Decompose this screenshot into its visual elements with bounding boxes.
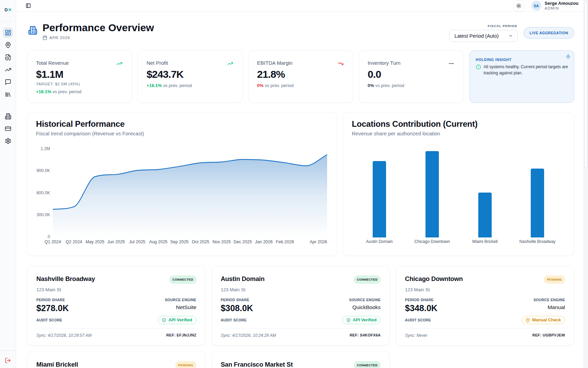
svg-text:Jul 2025: Jul 2025 [129, 240, 145, 244]
svg-text:1.2M: 1.2M [40, 146, 50, 151]
svg-text:Oct 2025: Oct 2025 [192, 240, 209, 244]
svg-text:Jun 2025: Jun 2025 [107, 240, 125, 244]
svg-text:900.0K: 900.0K [36, 168, 50, 173]
svg-text:Sep 2025: Sep 2025 [170, 240, 189, 244]
svg-text:Nashville Broadway: Nashville Broadway [519, 239, 555, 244]
svg-text:Jan 2026: Jan 2026 [255, 240, 273, 244]
svg-text:0: 0 [48, 234, 50, 239]
svg-text:Q1 2024: Q1 2024 [45, 240, 61, 244]
svg-text:Austin Domain: Austin Domain [366, 239, 393, 244]
svg-text:Q2 2024: Q2 2024 [66, 240, 82, 244]
svg-text:May 2025: May 2025 [86, 240, 105, 244]
svg-text:Aug 2025: Aug 2025 [149, 240, 168, 244]
svg-text:Nov 2025: Nov 2025 [213, 240, 231, 244]
svg-text:Miami Brickell: Miami Brickell [472, 239, 497, 244]
svg-text:600.0K: 600.0K [36, 191, 50, 195]
svg-text:Chicago Downtown: Chicago Downtown [415, 239, 450, 244]
svg-text:Apr 2026: Apr 2026 [310, 240, 327, 244]
svg-text:300.0K: 300.0K [36, 212, 50, 217]
svg-text:Feb 2026: Feb 2026 [276, 240, 294, 244]
svg-text:Dec 2025: Dec 2025 [233, 240, 252, 244]
